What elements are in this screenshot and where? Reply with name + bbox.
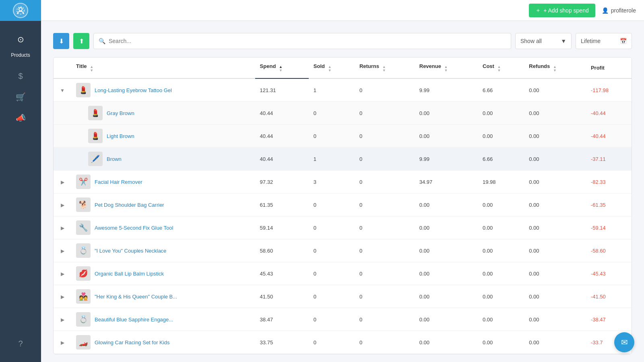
- revenue-cell: 0.00: [415, 285, 478, 308]
- title-cell: 🐕 Pet Dog Shoulder Bag Carrier: [71, 193, 255, 216]
- sold-col-header[interactable]: Sold ▲▼: [309, 58, 355, 78]
- upload-button[interactable]: ⬆: [73, 33, 89, 49]
- search-input[interactable]: [109, 38, 506, 44]
- refunds-cell: 0.00: [524, 171, 586, 193]
- expand-cell[interactable]: ▶: [54, 171, 71, 193]
- sub-expand-cell: [54, 148, 71, 171]
- sold-cell: 0: [309, 308, 355, 331]
- products-icon: ⊙: [17, 35, 24, 44]
- refunds-col-header[interactable]: Refunds ▲▼: [524, 58, 586, 78]
- expand-cell[interactable]: ▼: [54, 78, 71, 102]
- revenue-cell: 9.99: [415, 78, 478, 102]
- expand-cell[interactable]: ▶: [54, 308, 71, 331]
- revenue-col-header[interactable]: Revenue ▲▼: [415, 58, 478, 78]
- profit-col-header[interactable]: Profit: [586, 58, 632, 78]
- user-menu-button[interactable]: 👤 profiterole: [602, 7, 636, 14]
- expand-button[interactable]: ▶: [58, 294, 66, 300]
- sub-revenue-cell: 0.00: [415, 125, 478, 148]
- sub-cost-cell: 6.66: [478, 148, 524, 171]
- table-sub-row: 💄 Gray Brown 40.44 0 0 0.00 0.00 0.00 -4…: [54, 102, 632, 125]
- revenue-cell: 34.97: [415, 171, 478, 193]
- cost-col-header[interactable]: Cost ▲▼: [478, 58, 524, 78]
- toolbar: ⬇ ⬆ 🔍 Show all ▼ Lifetime 📅: [53, 33, 632, 49]
- spend-cell: 38.47: [255, 308, 309, 331]
- expand-cell[interactable]: ▶: [54, 239, 71, 262]
- refunds-cell: 0.00: [524, 308, 586, 331]
- topbar: ＋ + Add shop spend 👤 profiterole: [0, 0, 644, 21]
- sub-sold-cell: 0: [309, 125, 355, 148]
- sidebar-item-campaigns[interactable]: 📣: [0, 107, 41, 128]
- expand-cell[interactable]: ▶: [54, 285, 71, 308]
- product-title: "I Love You" Couples Necklace: [95, 248, 166, 254]
- table-row: ▼ 💄 Long-Lasting Eyebrow Tattoo Gel 121.…: [54, 78, 632, 102]
- refunds-cell: 0.00: [524, 78, 586, 102]
- product-title: "Her King & His Queen" Couple B...: [95, 294, 177, 300]
- expand-col-header: [54, 58, 71, 78]
- expand-button[interactable]: ▶: [58, 179, 66, 185]
- table-header-row: Title ▲▼ Spend ▲▼ Sold ▲▼ Returns ▲▼: [54, 58, 632, 78]
- chat-button[interactable]: ✉: [614, 332, 634, 352]
- expand-button[interactable]: ▶: [58, 271, 66, 277]
- cost-cell: 19.98: [478, 171, 524, 193]
- sort-icons-title: ▲▼: [90, 65, 93, 72]
- expand-button[interactable]: ▼: [58, 88, 66, 93]
- expand-button[interactable]: ▶: [58, 340, 66, 346]
- sub-spend-cell: 40.44: [255, 125, 309, 148]
- sold-cell: 0: [309, 216, 355, 239]
- expand-cell[interactable]: ▶: [54, 193, 71, 216]
- sub-expand-cell: [54, 125, 71, 148]
- main-content: ⬇ ⬆ 🔍 Show all ▼ Lifetime 📅 Title: [41, 21, 644, 362]
- returns-cell: 0: [355, 262, 415, 285]
- title-cell: 💑 "Her King & His Queen" Couple B...: [71, 285, 255, 308]
- sidebar-item-products[interactable]: ⊙: [0, 29, 41, 50]
- svg-point-0: [19, 8, 22, 11]
- sidebar-item-finances[interactable]: $: [0, 66, 41, 86]
- refunds-cell: 0.00: [524, 193, 586, 216]
- lifetime-label: Lifetime: [581, 38, 601, 44]
- sub-returns-cell: 0: [355, 148, 415, 171]
- product-thumbnail: 🐕: [76, 197, 91, 212]
- sub-profit-cell: -40.44: [586, 102, 632, 125]
- sub-profit-cell: -37.11: [586, 148, 632, 171]
- sub-returns-cell: 0: [355, 125, 415, 148]
- revenue-cell: 0.00: [415, 331, 478, 354]
- profit-cell: -58.60: [586, 239, 632, 262]
- expand-cell[interactable]: ▶: [54, 262, 71, 285]
- sort-icons-cost: ▲▼: [497, 65, 501, 72]
- megaphone-icon: 📣: [16, 113, 26, 123]
- expand-button[interactable]: ▶: [58, 317, 66, 323]
- lifetime-filter[interactable]: Lifetime 📅: [576, 33, 632, 49]
- table-row: ▶ ✂️ Facial Hair Remover 97.32 3 0 34.97…: [54, 171, 632, 193]
- sidebar-item-orders[interactable]: 🛒: [0, 86, 41, 107]
- cost-cell: 0.00: [478, 331, 524, 354]
- table-row: ▶ 💍 Beautiful Blue Sapphire Engage... 38…: [54, 308, 632, 331]
- sort-icons-returns: ▲▼: [382, 65, 386, 72]
- product-thumbnail: 💋: [76, 266, 91, 281]
- logo: [0, 0, 41, 21]
- title-cell: ✂️ Facial Hair Remover: [71, 171, 255, 193]
- sort-icons-spend: ▲▼: [279, 65, 283, 72]
- revenue-cell: 0.00: [415, 216, 478, 239]
- expand-button[interactable]: ▶: [58, 202, 66, 208]
- spend-col-header[interactable]: Spend ▲▼: [255, 58, 309, 78]
- plus-icon: ＋: [535, 7, 541, 14]
- expand-button[interactable]: ▶: [58, 248, 66, 254]
- show-all-filter[interactable]: Show all ▼: [515, 33, 572, 49]
- cost-cell: 0.00: [478, 285, 524, 308]
- add-shop-spend-button[interactable]: ＋ + Add shop spend: [529, 4, 595, 17]
- sidebar-item-help[interactable]: ?: [0, 333, 41, 354]
- refunds-cell: 0.00: [524, 285, 586, 308]
- download-button[interactable]: ⬇: [53, 33, 69, 49]
- expand-cell[interactable]: ▶: [54, 331, 71, 354]
- table-row: ▶ 💑 "Her King & His Queen" Couple B... 4…: [54, 285, 632, 308]
- product-title: Organic Ball Lip Balm Lipstick: [95, 271, 164, 277]
- sub-title-cell: 💄 Gray Brown: [71, 102, 255, 125]
- title-col-header[interactable]: Title ▲▼: [71, 58, 255, 78]
- expand-cell[interactable]: ▶: [54, 216, 71, 239]
- product-thumbnail: 💍: [76, 243, 91, 258]
- sub-title-cell: 🖊️ Brown: [71, 148, 255, 171]
- sub-cost-cell: 0.00: [478, 125, 524, 148]
- cost-cell: 0.00: [478, 239, 524, 262]
- returns-col-header[interactable]: Returns ▲▼: [355, 58, 415, 78]
- expand-button[interactable]: ▶: [58, 225, 66, 231]
